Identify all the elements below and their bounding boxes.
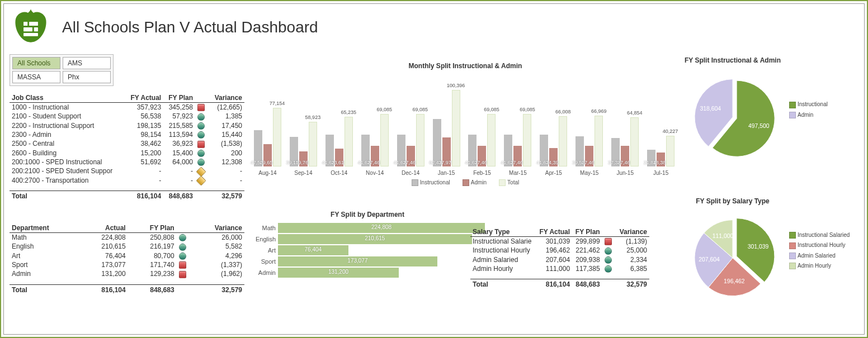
table-row: 400:2700 - Transportation--- bbox=[10, 176, 244, 185]
table-row: Math224,808250,80826,000 bbox=[10, 233, 244, 242]
table-row: English210,615216,1975,582 bbox=[10, 242, 244, 251]
salary-total: Total 816,104 848,683 32,579 bbox=[470, 279, 649, 289]
logo-icon bbox=[11, 7, 51, 47]
status-indicator bbox=[605, 256, 612, 264]
status-indicator bbox=[179, 244, 186, 251]
status-indicator bbox=[197, 159, 205, 166]
monthly-chart: Monthly Split Instructional & Admin 47,5… bbox=[250, 62, 681, 186]
salary-table: Salary Type FY Actual FY Plan Variance I… bbox=[470, 227, 649, 289]
school-filter: All Schools AMS MASSA Phx bbox=[10, 54, 114, 86]
table-row: 2200 - Instructional Support198,135215,5… bbox=[10, 121, 244, 130]
pie-salary-type: FY Split by Salary Type 301,039196,46220… bbox=[680, 197, 858, 304]
svg-text:301,039: 301,039 bbox=[748, 244, 769, 250]
filter-massa[interactable]: MASSA bbox=[12, 71, 60, 83]
page-title: All Schools Plan V Actual Dashboard bbox=[62, 18, 318, 36]
table-row: Instructional Hourly196,462221,46225,000 bbox=[470, 246, 649, 255]
status-indicator bbox=[197, 150, 205, 157]
svg-rect-1 bbox=[29, 22, 38, 26]
dept-table: Department Actual FY Plan Variance Math2… bbox=[10, 223, 244, 294]
status-indicator bbox=[196, 166, 206, 177]
table-row: 2600 - Building15,20015,400200 bbox=[10, 149, 244, 158]
svg-text:196,462: 196,462 bbox=[724, 278, 745, 284]
status-indicator bbox=[197, 131, 205, 139]
status-indicator bbox=[197, 104, 205, 111]
dept-chart: FY Split by Department Math224,808Englis… bbox=[250, 211, 485, 279]
table-row: 200:1000 - SPED Instructional51,69264,00… bbox=[10, 158, 244, 166]
status-indicator bbox=[605, 265, 612, 273]
svg-rect-4 bbox=[23, 33, 38, 36]
table-row: 200:2100 - SPED Student Suppor--- bbox=[10, 166, 244, 175]
table-row: Admin Salaried207,604209,9382,334 bbox=[470, 255, 649, 264]
filter-ams[interactable]: AMS bbox=[63, 57, 111, 69]
table-row: Instructional Salarie301,039299,899(1,13… bbox=[470, 237, 649, 246]
svg-text:497,500: 497,500 bbox=[748, 123, 770, 129]
svg-rect-2 bbox=[23, 27, 32, 31]
table-row: 2100 - Student Support56,53857,9231,385 bbox=[10, 112, 244, 121]
status-indicator bbox=[197, 141, 205, 148]
status-indicator bbox=[197, 122, 205, 130]
dept-total: Total 816,104 848,683 32,579 bbox=[10, 284, 244, 294]
filter-all-schools[interactable]: All Schools bbox=[12, 57, 60, 69]
table-row: 1000 - Instructional357,923345,258(12,66… bbox=[10, 103, 244, 112]
jobclass-total: Total 816,104 848,683 32,579 bbox=[10, 191, 244, 201]
status-indicator bbox=[605, 238, 612, 245]
svg-text:318,604: 318,604 bbox=[700, 106, 721, 112]
svg-text:207,604: 207,604 bbox=[699, 256, 720, 263]
table-row: 2500 - Central38,46236,923(1,538) bbox=[10, 139, 244, 148]
pie-instr-admin: FY Split Instructional & Admin 497,50031… bbox=[680, 56, 858, 163]
table-row: Admin131,200129,238(1,962) bbox=[10, 269, 244, 278]
filter-phx[interactable]: Phx bbox=[63, 71, 111, 83]
jobclass-table: Job Class FY Actual FY Plan Variance 100… bbox=[10, 93, 244, 201]
status-indicator bbox=[179, 234, 186, 241]
table-row: Sport173,077171,740(1,337) bbox=[10, 260, 244, 269]
status-indicator bbox=[179, 271, 186, 278]
table-row: Admin Hourly111,000117,3856,385 bbox=[470, 264, 649, 273]
table-row: Art76,40480,7004,296 bbox=[10, 251, 244, 260]
table-row: 2300 - Admin98,154113,59415,440 bbox=[10, 130, 244, 139]
status-indicator bbox=[196, 175, 206, 185]
status-indicator bbox=[605, 247, 612, 255]
svg-rect-0 bbox=[23, 22, 27, 26]
status-indicator bbox=[179, 253, 186, 260]
status-indicator bbox=[197, 113, 205, 121]
svg-text:111,000: 111,000 bbox=[713, 233, 734, 239]
svg-rect-3 bbox=[34, 27, 38, 31]
status-indicator bbox=[179, 261, 186, 269]
